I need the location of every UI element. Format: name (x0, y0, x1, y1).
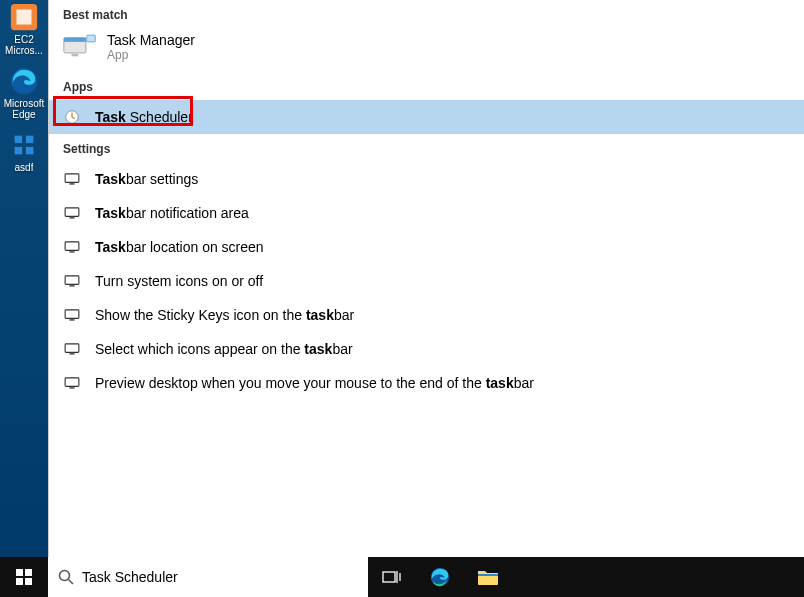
desktop-icon-edge[interactable]: Microsoft Edge (1, 64, 47, 120)
svg-rect-32 (383, 572, 395, 582)
display-icon (63, 274, 81, 288)
settings-result[interactable]: Turn system icons on or off (49, 264, 804, 298)
apps-header: Apps (49, 72, 804, 100)
task-view-icon (382, 569, 402, 585)
result-text: Taskbar settings (95, 171, 198, 187)
svg-rect-25 (69, 387, 74, 388)
svg-rect-19 (69, 285, 74, 286)
result-text: Show the Sticky Keys icon on the taskbar (95, 307, 354, 323)
app-result-task-scheduler[interactable]: Task Scheduler (49, 100, 804, 134)
svg-rect-6 (26, 147, 34, 155)
svg-rect-15 (69, 217, 74, 218)
result-text: Task Scheduler (95, 109, 193, 125)
svg-point-30 (60, 571, 70, 581)
desktop-icon-asdf[interactable]: asdf (1, 128, 47, 173)
settings-result[interactable]: Taskbar location on screen (49, 230, 804, 264)
taskbar-explorer-button[interactable] (464, 557, 512, 597)
svg-rect-26 (16, 569, 23, 576)
svg-rect-24 (65, 378, 79, 387)
ec2-icon (7, 0, 41, 34)
svg-rect-22 (65, 344, 79, 353)
start-button[interactable] (0, 557, 48, 597)
file-explorer-icon (477, 568, 499, 586)
svg-rect-12 (65, 174, 79, 183)
taskbar-icons (368, 557, 512, 597)
settings-result[interactable]: Select which icons appear on the taskbar (49, 332, 804, 366)
settings-result[interactable]: Preview desktop when you move your mouse… (49, 366, 804, 400)
svg-rect-21 (69, 319, 74, 320)
svg-rect-5 (15, 147, 23, 155)
svg-rect-36 (478, 574, 498, 576)
svg-line-31 (69, 580, 74, 585)
settings-result[interactable]: Taskbar notification area (49, 196, 804, 230)
windows-icon (16, 569, 32, 585)
edge-icon (429, 566, 451, 588)
task-manager-icon (63, 34, 97, 60)
task-view-button[interactable] (368, 557, 416, 597)
result-text: Preview desktop when you move your mouse… (95, 375, 534, 391)
display-icon (63, 206, 81, 220)
settings-header: Settings (49, 134, 804, 162)
desktop-area: EC2 Micros... Microsoft Edge asdf (0, 0, 48, 557)
taskbar (0, 557, 804, 597)
result-text: Taskbar notification area (95, 205, 249, 221)
svg-rect-16 (65, 242, 79, 251)
best-match-result[interactable]: Task Manager App (49, 28, 804, 72)
taskbar-edge-button[interactable] (416, 557, 464, 597)
desktop-icon-ec2[interactable]: EC2 Micros... (1, 0, 47, 56)
svg-rect-8 (72, 54, 79, 57)
search-input[interactable] (82, 569, 358, 585)
svg-rect-10 (87, 35, 96, 42)
edge-icon (7, 64, 41, 98)
svg-rect-9 (64, 38, 86, 42)
settings-result[interactable]: Taskbar settings (49, 162, 804, 196)
desktop-icon-label: Microsoft Edge (1, 98, 47, 120)
svg-rect-27 (25, 569, 32, 576)
search-icon (58, 569, 74, 585)
result-text: Select which icons appear on the taskbar (95, 341, 353, 357)
desktop-icon-label: asdf (15, 162, 34, 173)
svg-rect-1 (17, 10, 32, 25)
display-icon (63, 376, 81, 390)
display-icon (63, 172, 81, 186)
taskbar-search-box[interactable] (48, 557, 368, 597)
display-icon (63, 308, 81, 322)
task-scheduler-icon (63, 110, 81, 124)
best-match-subtitle: App (107, 48, 195, 62)
best-match-title: Task Manager (107, 32, 195, 48)
display-icon (63, 342, 81, 356)
svg-rect-23 (69, 353, 74, 354)
svg-rect-14 (65, 208, 79, 217)
display-icon (63, 240, 81, 254)
svg-rect-20 (65, 310, 79, 319)
svg-rect-18 (65, 276, 79, 285)
svg-rect-29 (25, 578, 32, 585)
svg-rect-28 (16, 578, 23, 585)
result-text: Turn system icons on or off (95, 273, 263, 289)
search-results-panel: Best match Task Manager App Apps Task Sc… (48, 0, 804, 557)
svg-rect-13 (69, 183, 74, 184)
settings-result[interactable]: Show the Sticky Keys icon on the taskbar (49, 298, 804, 332)
desktop-icon-label: EC2 Micros... (1, 34, 47, 56)
result-text: Taskbar location on screen (95, 239, 264, 255)
svg-rect-3 (15, 136, 23, 144)
asdf-icon (7, 128, 41, 162)
best-match-header: Best match (49, 0, 804, 28)
svg-rect-17 (69, 251, 74, 252)
svg-rect-4 (26, 136, 34, 144)
